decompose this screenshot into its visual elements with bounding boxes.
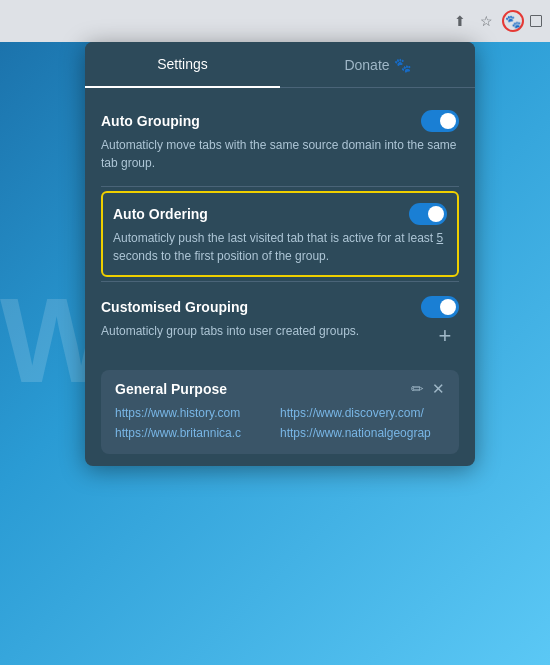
- customised-grouping-extra: Automaticly group tabs into user created…: [101, 322, 459, 350]
- customised-grouping-item: Customised Grouping Automaticly group ta…: [101, 286, 459, 360]
- auto-grouping-item: Auto Grouping Automaticly move tabs with…: [101, 100, 459, 182]
- customised-grouping-title: Customised Grouping: [101, 299, 248, 315]
- auto-ordering-desc: Automaticly push the last visited tab th…: [113, 229, 447, 265]
- tab-donate[interactable]: Donate 🐾: [280, 42, 475, 87]
- url-item-2[interactable]: https://www.discovery.com/: [280, 406, 445, 420]
- tab-bar: Settings Donate 🐾: [85, 42, 475, 88]
- share-icon[interactable]: ⬆: [450, 11, 470, 31]
- group-card-title: General Purpose: [115, 381, 227, 397]
- auto-grouping-title: Auto Grouping: [101, 113, 200, 129]
- auto-grouping-header: Auto Grouping: [101, 110, 459, 132]
- close-group-icon[interactable]: ✕: [432, 380, 445, 398]
- auto-ordering-item: Auto Ordering Automaticly push the last …: [101, 191, 459, 277]
- settings-content: Auto Grouping Automaticly move tabs with…: [85, 88, 475, 466]
- customised-grouping-slider: [421, 296, 459, 318]
- customised-grouping-toggle[interactable]: [421, 296, 459, 318]
- add-group-button[interactable]: +: [431, 322, 459, 350]
- divider-1: [101, 186, 459, 187]
- divider-2: [101, 281, 459, 282]
- auto-ordering-slider: [409, 203, 447, 225]
- url-item-3[interactable]: https://www.britannica.c: [115, 426, 280, 440]
- chrome-toolbar: ⬆ ☆ 🐾: [0, 0, 550, 42]
- auto-ordering-toggle[interactable]: [409, 203, 447, 225]
- extension-icon[interactable]: 🐾: [502, 10, 524, 32]
- url-list: https://www.history.com https://www.disc…: [115, 406, 445, 440]
- bookmark-icon[interactable]: ☆: [476, 11, 496, 31]
- url-item-4[interactable]: https://www.nationalgeograp: [280, 426, 445, 440]
- auto-ordering-num: 5: [437, 231, 444, 245]
- settings-popup: Settings Donate 🐾 Auto Grouping Automati…: [85, 42, 475, 466]
- customised-grouping-header: Customised Grouping: [101, 296, 459, 318]
- auto-grouping-slider: [421, 110, 459, 132]
- paw-icon: 🐾: [394, 57, 411, 73]
- group-card-actions: ✏ ✕: [411, 380, 445, 398]
- window-icon: [530, 15, 542, 27]
- url-row-1: https://www.history.com https://www.disc…: [115, 406, 445, 420]
- auto-grouping-toggle[interactable]: [421, 110, 459, 132]
- url-item-1[interactable]: https://www.history.com: [115, 406, 280, 420]
- customised-grouping-desc: Automaticly group tabs into user created…: [101, 322, 431, 340]
- url-row-2: https://www.britannica.c https://www.nat…: [115, 426, 445, 440]
- edit-group-icon[interactable]: ✏: [411, 380, 424, 398]
- group-card-header: General Purpose ✏ ✕: [115, 380, 445, 398]
- auto-ordering-title: Auto Ordering: [113, 206, 208, 222]
- auto-grouping-desc: Automaticly move tabs with the same sour…: [101, 136, 459, 172]
- tab-settings[interactable]: Settings: [85, 42, 280, 88]
- group-card: General Purpose ✏ ✕ https://www.history.…: [101, 370, 459, 454]
- auto-ordering-header: Auto Ordering: [113, 203, 447, 225]
